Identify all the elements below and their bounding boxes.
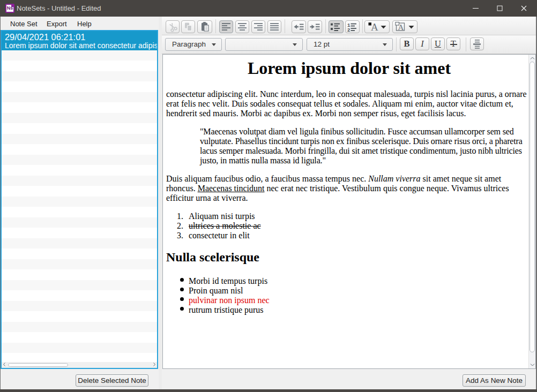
svg-text:A: A <box>398 23 404 32</box>
svg-text:A: A <box>371 21 378 33</box>
svg-text:2: 2 <box>347 28 350 33</box>
